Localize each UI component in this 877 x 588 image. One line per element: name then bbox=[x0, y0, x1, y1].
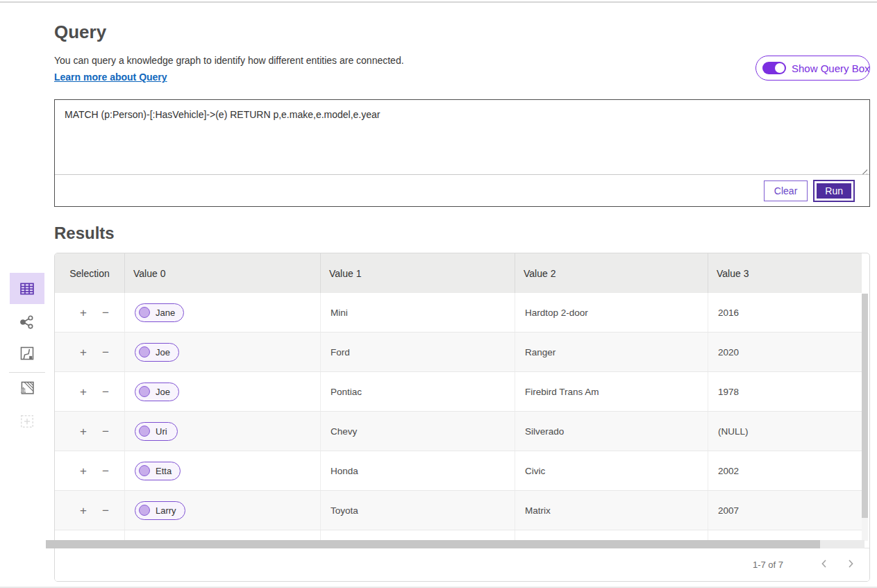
query-textarea[interactable]: MATCH (p:Person)-[:HasVehicle]->(e) RETU… bbox=[55, 100, 869, 174]
year-cell: 2020 bbox=[708, 333, 862, 371]
results-table: Selection Value 0 Value 1 Value 2 Value … bbox=[54, 253, 870, 582]
entity-node-icon bbox=[139, 386, 150, 397]
entity-cell: Etta bbox=[124, 451, 320, 490]
learn-more-link[interactable]: Learn more about Query bbox=[54, 72, 167, 83]
entity-chip[interactable]: Joe bbox=[135, 383, 179, 401]
remove-selection-button[interactable]: − bbox=[101, 464, 110, 478]
sidebar-item-selection-view bbox=[10, 405, 44, 437]
model-cell: Civic bbox=[515, 451, 708, 490]
table-body: + − Jane Mini Hardtop 2-door 2016 + − Jo… bbox=[55, 293, 862, 541]
top-divider bbox=[0, 1, 877, 3]
sidebar-item-table-view[interactable] bbox=[10, 273, 44, 304]
model-cell: Ranger bbox=[515, 333, 708, 371]
chevron-left-icon bbox=[821, 559, 827, 571]
column-header-value3: Value 3 bbox=[708, 253, 862, 293]
query-description: You can query a knowledge graph to ident… bbox=[54, 55, 404, 66]
model-cell: Firebird Trans Am bbox=[515, 372, 708, 411]
remove-selection-button[interactable]: − bbox=[101, 385, 110, 399]
add-selection-button[interactable]: + bbox=[78, 424, 88, 439]
entity-cell: Joe bbox=[124, 372, 320, 411]
table-row: + − Joe Ford Ranger 2020 bbox=[55, 333, 862, 372]
selection-cell: + − bbox=[55, 333, 124, 371]
run-button[interactable]: Run bbox=[815, 181, 853, 201]
toggle-switch-icon[interactable] bbox=[762, 62, 786, 74]
table-row: + − Etta Honda Civic 2002 bbox=[55, 451, 862, 491]
table-footer: 1-7 of 7 bbox=[55, 548, 869, 581]
pagination-next-button[interactable] bbox=[842, 556, 860, 573]
horizontal-scrollbar[interactable] bbox=[46, 540, 865, 548]
make-cell: Honda bbox=[320, 451, 515, 490]
horizontal-scrollbar-thumb[interactable] bbox=[46, 540, 820, 548]
table-header-row: Selection Value 0 Value 1 Value 2 Value … bbox=[55, 253, 862, 293]
year-cell: 1978 bbox=[708, 372, 862, 411]
column-header-selection: Selection bbox=[55, 253, 124, 293]
model-cell: Silverado bbox=[515, 412, 708, 451]
pagination-range-label: 1-7 of 7 bbox=[753, 560, 783, 570]
entity-node-icon bbox=[139, 426, 150, 437]
entity-name: Uri bbox=[156, 426, 167, 437]
table-row: + − Larry Toyota Matrix 2007 bbox=[55, 491, 862, 530]
show-query-box-toggle[interactable]: Show Query Box bbox=[755, 56, 870, 81]
make-cell: Ford bbox=[320, 333, 515, 371]
link-chart-icon bbox=[19, 314, 35, 330]
table-row: + − Uri Chevy Silverado (NULL) bbox=[55, 412, 862, 451]
entity-chip[interactable]: Uri bbox=[135, 422, 178, 441]
selection-cell: + − bbox=[55, 412, 124, 451]
remove-selection-button[interactable]: − bbox=[101, 345, 110, 360]
entity-cell: Jane bbox=[124, 293, 320, 332]
entity-chip[interactable]: Etta bbox=[135, 462, 181, 480]
entity-node-icon bbox=[139, 346, 150, 358]
query-box-footer: Clear Run bbox=[55, 174, 869, 206]
make-cell: Chevy bbox=[320, 412, 515, 451]
add-selection-button[interactable]: + bbox=[78, 503, 88, 518]
entity-node-icon bbox=[139, 505, 150, 516]
entity-name: Jane bbox=[156, 308, 175, 318]
clear-button[interactable]: Clear bbox=[764, 180, 808, 201]
year-cell bbox=[708, 530, 862, 541]
model-cell: Hardtop 2-door bbox=[515, 293, 708, 332]
make-cell: Toyota bbox=[320, 491, 515, 530]
entity-name: Larry bbox=[156, 505, 176, 516]
selection-cell: + − bbox=[55, 372, 124, 411]
entity-name: Joe bbox=[156, 347, 170, 358]
entity-cell: Larry bbox=[124, 491, 320, 530]
selection-cell: + − bbox=[55, 451, 124, 490]
add-selection-button[interactable]: + bbox=[78, 464, 88, 478]
entity-cell bbox=[124, 530, 320, 541]
entity-chip[interactable]: Larry bbox=[135, 501, 185, 520]
entity-node-icon bbox=[139, 307, 150, 318]
selection-cell: + − bbox=[55, 293, 124, 332]
pagination-prev-button[interactable] bbox=[815, 556, 833, 573]
entity-chip[interactable]: Joe bbox=[135, 343, 179, 362]
vertical-scrollbar-thumb[interactable] bbox=[862, 294, 868, 518]
add-selection-button[interactable]: + bbox=[78, 385, 88, 399]
year-cell: 2016 bbox=[708, 293, 862, 332]
entity-name: Etta bbox=[156, 466, 172, 476]
add-selection-button[interactable]: + bbox=[78, 305, 88, 320]
make-cell bbox=[320, 530, 515, 541]
sidebar-item-add-to-map[interactable] bbox=[10, 372, 44, 403]
column-header-value2: Value 2 bbox=[515, 253, 708, 293]
add-selection-button[interactable]: + bbox=[78, 345, 88, 360]
selection-cell: + − bbox=[55, 491, 124, 530]
entity-cell: Joe bbox=[124, 333, 320, 371]
year-cell: (NULL) bbox=[708, 412, 862, 451]
remove-selection-button[interactable]: − bbox=[101, 424, 110, 439]
remove-selection-button[interactable]: − bbox=[101, 503, 110, 518]
map-view-icon bbox=[19, 346, 35, 361]
selection-cell: + − bbox=[55, 530, 124, 541]
model-cell: Matrix bbox=[515, 491, 708, 530]
vertical-scrollbar[interactable] bbox=[862, 294, 868, 541]
table-row: + − bbox=[55, 530, 862, 541]
query-box: MATCH (p:Person)-[:HasVehicle]->(e) RETU… bbox=[54, 99, 870, 207]
chevron-right-icon bbox=[848, 559, 854, 571]
table-row: + − Jane Mini Hardtop 2-door 2016 bbox=[55, 293, 862, 333]
sidebar-item-link-chart-view[interactable] bbox=[10, 306, 44, 337]
page-title: Query bbox=[54, 22, 106, 43]
make-cell: Pontiac bbox=[320, 372, 515, 411]
model-cell bbox=[515, 530, 708, 541]
sidebar-item-map-view[interactable] bbox=[10, 337, 44, 369]
remove-selection-button[interactable]: − bbox=[101, 305, 110, 320]
entity-chip[interactable]: Jane bbox=[135, 303, 184, 322]
entity-name: Joe bbox=[156, 387, 170, 397]
